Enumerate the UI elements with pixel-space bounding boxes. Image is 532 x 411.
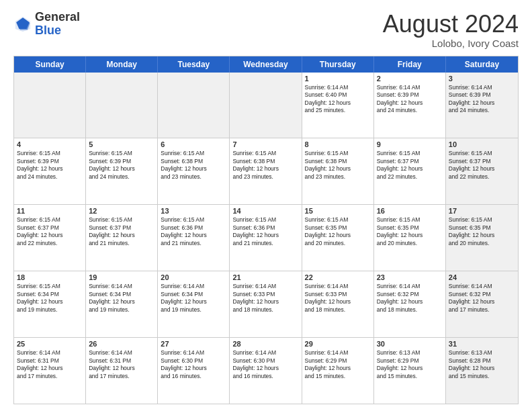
calendar-cell: 16Sunrise: 6:15 AM Sunset: 6:35 PM Dayli… — [374, 205, 446, 271]
day-info: Sunrise: 6:15 AM Sunset: 6:38 PM Dayligh… — [161, 150, 226, 181]
day-number: 12 — [89, 207, 154, 215]
calendar-cell: 14Sunrise: 6:15 AM Sunset: 6:36 PM Dayli… — [230, 205, 302, 271]
calendar-cell: 19Sunrise: 6:14 AM Sunset: 6:34 PM Dayli… — [86, 271, 158, 337]
day-number: 16 — [377, 207, 443, 215]
day-number: 18 — [17, 273, 83, 281]
day-info: Sunrise: 6:14 AM Sunset: 6:34 PM Dayligh… — [89, 283, 154, 314]
day-info: Sunrise: 6:15 AM Sunset: 6:36 PM Dayligh… — [161, 216, 226, 247]
day-info: Sunrise: 6:13 AM Sunset: 6:29 PM Dayligh… — [377, 349, 443, 380]
day-info: Sunrise: 6:14 AM Sunset: 6:40 PM Dayligh… — [305, 84, 371, 115]
day-number: 3 — [449, 75, 515, 83]
day-info: Sunrise: 6:14 AM Sunset: 6:33 PM Dayligh… — [305, 283, 371, 314]
calendar-cell: 10Sunrise: 6:15 AM Sunset: 6:37 PM Dayli… — [446, 138, 518, 204]
header-day-saturday: Saturday — [446, 56, 518, 73]
day-number: 13 — [161, 207, 226, 215]
calendar-cell: 21Sunrise: 6:14 AM Sunset: 6:33 PM Dayli… — [230, 271, 302, 337]
calendar-week-2: 4Sunrise: 6:15 AM Sunset: 6:39 PM Daylig… — [14, 138, 518, 205]
calendar-cell: 18Sunrise: 6:15 AM Sunset: 6:34 PM Dayli… — [14, 271, 86, 337]
day-info: Sunrise: 6:13 AM Sunset: 6:28 PM Dayligh… — [449, 349, 515, 380]
day-number: 26 — [89, 340, 154, 348]
logo-general: General — [35, 11, 80, 24]
calendar-cell: 2Sunrise: 6:14 AM Sunset: 6:39 PM Daylig… — [374, 73, 446, 138]
header-day-tuesday: Tuesday — [158, 56, 230, 73]
calendar-cell: 7Sunrise: 6:15 AM Sunset: 6:38 PM Daylig… — [230, 138, 302, 204]
header-day-wednesday: Wednesday — [230, 56, 302, 73]
logo-blue: Blue — [35, 24, 80, 38]
calendar-cell: 8Sunrise: 6:15 AM Sunset: 6:38 PM Daylig… — [302, 138, 374, 204]
day-info: Sunrise: 6:15 AM Sunset: 6:38 PM Dayligh… — [305, 150, 371, 181]
calendar-cell: 20Sunrise: 6:14 AM Sunset: 6:34 PM Dayli… — [158, 271, 230, 337]
month-title: August 2024 — [383, 11, 519, 38]
day-number: 27 — [161, 340, 226, 348]
calendar-cell: 31Sunrise: 6:13 AM Sunset: 6:28 PM Dayli… — [446, 338, 518, 404]
day-number: 9 — [377, 140, 443, 148]
calendar-cell: 25Sunrise: 6:14 AM Sunset: 6:31 PM Dayli… — [14, 338, 86, 404]
header-day-monday: Monday — [86, 56, 158, 73]
calendar-cell: 9Sunrise: 6:15 AM Sunset: 6:37 PM Daylig… — [374, 138, 446, 204]
calendar-cell: 13Sunrise: 6:15 AM Sunset: 6:36 PM Dayli… — [158, 205, 230, 271]
calendar-cell: 5Sunrise: 6:15 AM Sunset: 6:39 PM Daylig… — [86, 138, 158, 204]
calendar-cell: 1Sunrise: 6:14 AM Sunset: 6:40 PM Daylig… — [302, 73, 374, 138]
calendar-cell: 26Sunrise: 6:14 AM Sunset: 6:31 PM Dayli… — [86, 338, 158, 404]
day-info: Sunrise: 6:15 AM Sunset: 6:39 PM Dayligh… — [89, 150, 154, 181]
calendar-cell — [86, 73, 158, 138]
day-info: Sunrise: 6:14 AM Sunset: 6:32 PM Dayligh… — [377, 283, 443, 314]
day-info: Sunrise: 6:15 AM Sunset: 6:35 PM Dayligh… — [449, 216, 515, 247]
logo: General Blue — [13, 11, 80, 38]
day-number: 1 — [305, 75, 371, 83]
calendar-cell: 6Sunrise: 6:15 AM Sunset: 6:38 PM Daylig… — [158, 138, 230, 204]
day-info: Sunrise: 6:14 AM Sunset: 6:34 PM Dayligh… — [161, 283, 226, 314]
day-info: Sunrise: 6:14 AM Sunset: 6:30 PM Dayligh… — [161, 349, 226, 380]
day-number: 6 — [161, 140, 226, 148]
calendar-cell: 3Sunrise: 6:14 AM Sunset: 6:39 PM Daylig… — [446, 73, 518, 138]
calendar-cell: 23Sunrise: 6:14 AM Sunset: 6:32 PM Dayli… — [374, 271, 446, 337]
logo-icon — [13, 15, 32, 34]
day-info: Sunrise: 6:14 AM Sunset: 6:33 PM Dayligh… — [232, 283, 298, 314]
day-info: Sunrise: 6:14 AM Sunset: 6:39 PM Dayligh… — [377, 84, 443, 115]
day-number: 2 — [377, 75, 443, 83]
calendar-cell — [158, 73, 230, 138]
header: General Blue August 2024 Lolobo, Ivory C… — [13, 11, 519, 49]
logo-text: General Blue — [35, 11, 80, 38]
day-number: 17 — [449, 207, 515, 215]
day-info: Sunrise: 6:15 AM Sunset: 6:37 PM Dayligh… — [377, 150, 443, 181]
day-info: Sunrise: 6:15 AM Sunset: 6:34 PM Dayligh… — [17, 283, 83, 314]
location: Lolobo, Ivory Coast — [383, 38, 519, 49]
day-number: 25 — [17, 340, 83, 348]
day-number: 5 — [89, 140, 154, 148]
calendar-header-row: SundayMondayTuesdayWednesdayThursdayFrid… — [14, 56, 518, 73]
calendar-cell: 22Sunrise: 6:14 AM Sunset: 6:33 PM Dayli… — [302, 271, 374, 337]
calendar-cell — [230, 73, 302, 138]
day-number: 19 — [89, 273, 154, 281]
calendar-cell: 28Sunrise: 6:14 AM Sunset: 6:30 PM Dayli… — [230, 338, 302, 404]
day-number: 11 — [17, 207, 83, 215]
day-info: Sunrise: 6:14 AM Sunset: 6:31 PM Dayligh… — [17, 349, 83, 380]
day-number: 29 — [305, 340, 371, 348]
day-number: 30 — [377, 340, 443, 348]
header-day-sunday: Sunday — [14, 56, 86, 73]
calendar-week-5: 25Sunrise: 6:14 AM Sunset: 6:31 PM Dayli… — [14, 338, 518, 404]
calendar-cell: 11Sunrise: 6:15 AM Sunset: 6:37 PM Dayli… — [14, 205, 86, 271]
day-number: 20 — [161, 273, 226, 281]
day-info: Sunrise: 6:15 AM Sunset: 6:39 PM Dayligh… — [17, 150, 83, 181]
day-number: 24 — [449, 273, 515, 281]
day-number: 14 — [232, 207, 298, 215]
day-number: 31 — [449, 340, 515, 348]
calendar-cell: 12Sunrise: 6:15 AM Sunset: 6:37 PM Dayli… — [86, 205, 158, 271]
day-number: 15 — [305, 207, 371, 215]
day-info: Sunrise: 6:15 AM Sunset: 6:37 PM Dayligh… — [89, 216, 154, 247]
day-info: Sunrise: 6:14 AM Sunset: 6:29 PM Dayligh… — [305, 349, 371, 380]
day-number: 23 — [377, 273, 443, 281]
page: General Blue August 2024 Lolobo, Ivory C… — [0, 0, 532, 411]
calendar-cell: 30Sunrise: 6:13 AM Sunset: 6:29 PM Dayli… — [374, 338, 446, 404]
day-number: 8 — [305, 140, 371, 148]
calendar-cell — [14, 73, 86, 138]
calendar-body: 1Sunrise: 6:14 AM Sunset: 6:40 PM Daylig… — [14, 73, 518, 404]
calendar-week-3: 11Sunrise: 6:15 AM Sunset: 6:37 PM Dayli… — [14, 205, 518, 271]
calendar: SundayMondayTuesdayWednesdayThursdayFrid… — [13, 56, 519, 404]
calendar-cell: 24Sunrise: 6:14 AM Sunset: 6:32 PM Dayli… — [446, 271, 518, 337]
day-info: Sunrise: 6:14 AM Sunset: 6:31 PM Dayligh… — [89, 349, 154, 380]
calendar-week-1: 1Sunrise: 6:14 AM Sunset: 6:40 PM Daylig… — [14, 73, 518, 139]
day-info: Sunrise: 6:15 AM Sunset: 6:37 PM Dayligh… — [449, 150, 515, 181]
day-number: 10 — [449, 140, 515, 148]
